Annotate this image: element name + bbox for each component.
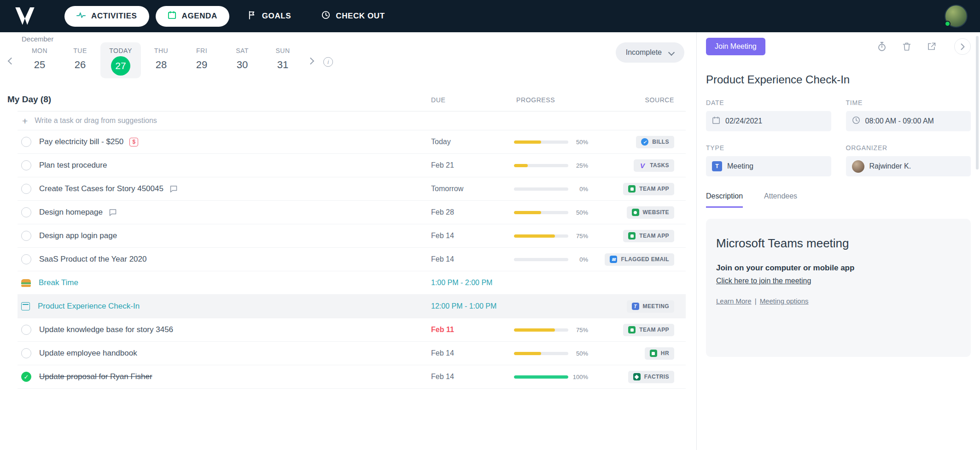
task-checkbox[interactable] bbox=[21, 207, 31, 217]
task-row-completed[interactable]: Update proposal for Ryan Fisher Feb 14 1… bbox=[18, 365, 686, 389]
task-checkbox[interactable] bbox=[21, 231, 31, 241]
day-tue-26[interactable]: TUE 26 bbox=[60, 42, 100, 78]
source-badge: FLAGGED EMAIL bbox=[605, 253, 674, 266]
day-mon-25[interactable]: MON 25 bbox=[19, 42, 60, 78]
task-row[interactable]: Update employee handbook Feb 14 50% HR bbox=[18, 342, 686, 365]
collapse-panel-chevron-icon[interactable] bbox=[954, 38, 971, 55]
day-fri-29[interactable]: FRI 29 bbox=[181, 42, 222, 78]
money-icon bbox=[129, 138, 138, 146]
task-checkbox-checked[interactable] bbox=[21, 372, 31, 382]
progress-percent: 75% bbox=[549, 327, 588, 333]
task-row-selected-meeting[interactable]: Product Experience Check-In 12:00 PM - 1… bbox=[18, 295, 686, 318]
date-field[interactable]: 02/24/2021 bbox=[706, 111, 831, 131]
meeting-subheading: Join on your computer or mobile app bbox=[716, 263, 961, 273]
task-row-break-time[interactable]: Break Time 1:00 PM - 2:00 PM bbox=[18, 271, 686, 295]
task-title: Update employee handbook bbox=[39, 349, 137, 358]
day-today-27[interactable]: TODAY 27 bbox=[100, 42, 141, 78]
v-logo-icon bbox=[639, 162, 646, 169]
join-meeting-button[interactable]: Join Meeting bbox=[706, 38, 765, 55]
factris-icon bbox=[633, 373, 641, 380]
chevron-down-icon bbox=[669, 50, 674, 55]
progress-percent: 25% bbox=[549, 162, 588, 169]
scrollbar[interactable] bbox=[976, 36, 979, 169]
source-badge: TEAM APP bbox=[623, 230, 674, 242]
day-sun-31[interactable]: SUN 31 bbox=[262, 42, 303, 78]
progress-percent: 50% bbox=[549, 209, 588, 216]
timer-icon[interactable] bbox=[877, 41, 887, 52]
list-header: My Day (8) DUE PROGRESS SOURCE bbox=[0, 84, 696, 108]
task-checkbox[interactable] bbox=[21, 137, 31, 147]
app-logo bbox=[15, 7, 35, 25]
detail-fields-row-2: TYPE Meeting ORGANIZER Rajwinder K. bbox=[706, 131, 971, 176]
link-separator: | bbox=[755, 297, 757, 305]
goals-flag-icon bbox=[248, 11, 257, 22]
meeting-options-link[interactable]: Meeting options bbox=[760, 297, 809, 305]
task-title: Pay electricity bill - $250 bbox=[39, 137, 123, 146]
task-checkbox[interactable] bbox=[21, 160, 31, 170]
status-filter-dropdown[interactable]: Incomplete bbox=[616, 42, 684, 63]
calendar-icon bbox=[712, 116, 720, 126]
task-due: Tomorrow bbox=[431, 185, 463, 193]
progress-percent: 50% bbox=[549, 139, 588, 146]
organizer-value: Rajwinder K. bbox=[869, 162, 911, 170]
task-title: SaaS Product of the Year 2020 bbox=[39, 255, 146, 264]
nav-check-out[interactable]: CHECK OUT bbox=[309, 6, 397, 27]
trash-icon[interactable] bbox=[902, 41, 912, 52]
flagged-email-icon bbox=[610, 256, 617, 263]
meeting-links: Learn More|Meeting options bbox=[716, 297, 961, 305]
task-title: Product Experience Check-In bbox=[38, 302, 140, 311]
task-row[interactable]: SaaS Product of the Year 2020 Feb 14 0% … bbox=[18, 248, 686, 271]
organizer-field[interactable]: Rajwinder K. bbox=[846, 156, 971, 176]
info-icon[interactable] bbox=[323, 57, 333, 67]
date-label: DATE bbox=[706, 99, 831, 106]
time-field[interactable]: 08:00 AM - 09:00 AM bbox=[846, 111, 971, 131]
day-thu-28[interactable]: THU 28 bbox=[141, 42, 181, 78]
calendar-next-icon[interactable] bbox=[308, 58, 314, 64]
task-checkbox[interactable] bbox=[21, 184, 31, 194]
type-label: TYPE bbox=[706, 144, 831, 152]
comment-icon[interactable] bbox=[169, 185, 178, 193]
task-due: Today bbox=[431, 138, 451, 146]
nav-goals[interactable]: GOALS bbox=[236, 6, 303, 27]
source-cell: FACTRIS bbox=[628, 371, 674, 383]
tab-attendees[interactable]: Attendees bbox=[764, 192, 797, 208]
column-header-progress: PROGRESS bbox=[516, 96, 555, 104]
task-checkbox[interactable] bbox=[21, 325, 31, 335]
task-title: Design app login page bbox=[39, 231, 117, 240]
task-row[interactable]: Update knowledge base for story 3456 Feb… bbox=[18, 318, 686, 342]
tab-description[interactable]: Description bbox=[706, 192, 743, 208]
share-icon[interactable] bbox=[927, 41, 937, 52]
task-checkbox[interactable] bbox=[21, 348, 31, 358]
progress-percent: 50% bbox=[549, 350, 588, 357]
add-task-placeholder: Write a task or drag from suggestions bbox=[35, 117, 157, 125]
source-badge: MEETING bbox=[627, 300, 674, 313]
source-cell: TEAM APP bbox=[623, 183, 674, 195]
type-field[interactable]: Meeting bbox=[706, 156, 831, 176]
nav-activities[interactable]: ACTIVITIES bbox=[64, 6, 149, 27]
task-row[interactable]: Design homepage Feb 28 50% WEBSITE bbox=[18, 201, 686, 224]
source-badge: BILLS bbox=[636, 136, 674, 148]
task-row[interactable]: Design app login page Feb 14 75% TEAM AP… bbox=[18, 224, 686, 248]
task-row[interactable]: Pay electricity bill - $250 Today 50% BI… bbox=[18, 130, 686, 154]
task-row[interactable]: Plan test procedure Feb 21 25% TASKS bbox=[18, 154, 686, 177]
time-label: TIME bbox=[846, 99, 971, 106]
user-avatar[interactable] bbox=[945, 5, 968, 28]
team-app-icon bbox=[628, 185, 636, 193]
add-task-input[interactable]: Write a task or drag from suggestions bbox=[18, 111, 686, 130]
learn-more-link[interactable]: Learn More bbox=[716, 297, 752, 305]
plus-icon bbox=[22, 116, 28, 126]
nav-agenda-label: AGENDA bbox=[182, 12, 217, 21]
teams-icon bbox=[712, 161, 722, 171]
comment-icon[interactable] bbox=[109, 208, 117, 216]
day-sat-30[interactable]: SAT 30 bbox=[222, 42, 262, 78]
task-checkbox[interactable] bbox=[21, 254, 31, 264]
calendar-strip: December MON 25 TUE 26 TODAY 27 THU 28 bbox=[0, 32, 696, 84]
task-title: Plan test procedure bbox=[39, 161, 107, 170]
page-title: My Day (8) bbox=[7, 94, 51, 105]
description-card: Microsoft Teams meeting Join on your com… bbox=[706, 219, 971, 357]
time-value: 08:00 AM - 09:00 AM bbox=[865, 117, 934, 125]
nav-agenda[interactable]: AGENDA bbox=[156, 6, 229, 27]
calendar-prev-icon[interactable] bbox=[7, 58, 14, 64]
task-row[interactable]: Create Test Cases for Story 450045 Tomor… bbox=[18, 177, 686, 201]
join-meeting-link[interactable]: Click here to join the meeting bbox=[716, 277, 811, 285]
